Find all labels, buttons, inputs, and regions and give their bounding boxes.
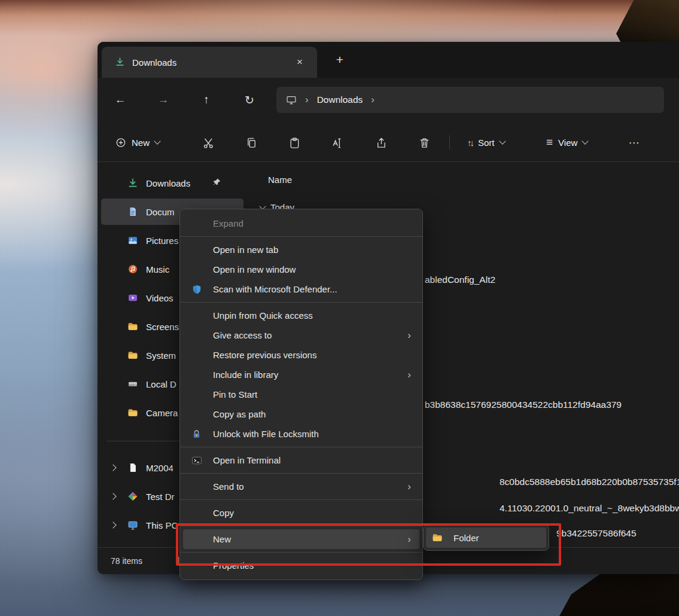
context-menu-item-open-in-new-window[interactable]: Open in new window (183, 260, 419, 279)
videos-icon (127, 292, 138, 303)
column-header-name[interactable]: Name (268, 175, 292, 185)
music-icon (127, 264, 138, 275)
context-menu-item-restore-previous-versions[interactable]: Restore previous versions (183, 345, 419, 365)
desktop: Downloads × + ← → ↑ ↻ › Downloads › (0, 0, 679, 616)
up-button[interactable]: ↑ (196, 89, 217, 111)
context-menu-item-copy-as-path[interactable]: Copy as path (183, 404, 419, 424)
menu-item-label: Open in Terminal (213, 455, 281, 465)
file-name-fragment[interactable]: 9b3422557586f645 (556, 528, 637, 539)
tab-close-button[interactable]: × (291, 53, 309, 71)
menu-divider (180, 236, 422, 237)
ellipsis-icon: ⋯ (629, 136, 640, 150)
menu-divider (180, 499, 422, 500)
breadcrumb-chevron-icon[interactable]: › (305, 94, 309, 106)
delete-button[interactable] (412, 130, 436, 154)
pictures-icon (127, 235, 138, 246)
menu-item-label: Restore previous versions (213, 350, 316, 360)
menu-item-label: Include in library (213, 370, 278, 380)
explorer-tab-downloads[interactable]: Downloads × (102, 47, 317, 78)
view-button[interactable]: ≡ View (540, 130, 593, 154)
sort-label: Sort (478, 138, 495, 148)
documents-icon (127, 206, 138, 217)
sidebar-item-downloads[interactable]: Downloads (101, 170, 243, 196)
new-tab-button[interactable]: + (330, 50, 350, 70)
breadcrumb-chevron-icon[interactable]: › (371, 94, 374, 106)
refresh-button[interactable]: ↻ (239, 89, 260, 111)
menu-divider (180, 552, 422, 553)
context-menu-item-properties[interactable]: Properties (183, 556, 419, 575)
menu-item-label: Expand (213, 218, 243, 228)
view-label: View (558, 138, 577, 148)
file-name-fragment[interactable]: 4.11030.22001.0_neutral_~_8wekyb3d8bbwe (500, 503, 679, 514)
copy-icon (245, 136, 258, 149)
command-toolbar: New ↑↓ Sort (98, 123, 679, 162)
menu-item-label: Open in new tab (213, 245, 278, 255)
more-options-button[interactable]: ⋯ (622, 130, 646, 154)
share-button[interactable] (369, 130, 393, 154)
menu-item-label: Give access to (213, 330, 272, 340)
menu-divider (180, 447, 422, 447)
context-menu-item-give-access-to[interactable]: Give access to › (183, 325, 419, 345)
folder-icon (127, 350, 138, 361)
wallpaper-cliff-top-right (616, 0, 679, 43)
submenu-arrow-icon: › (407, 533, 411, 545)
cut-button[interactable] (196, 130, 220, 154)
menu-item-label: Send to (213, 481, 244, 492)
context-menu-item-new[interactable]: New › (183, 529, 419, 549)
context-menu-item-unlock-file-locksmith[interactable]: Unlock with File Locksmith (183, 424, 419, 444)
chevron-right-icon[interactable] (109, 493, 116, 499)
context-menu-item-copy[interactable]: Copy (183, 503, 419, 523)
copy-button[interactable] (239, 130, 263, 154)
blank-icon (191, 310, 207, 322)
context-menu-item-open-in-new-tab[interactable]: Open in new tab (183, 240, 419, 260)
sidebar-item-label: Test Dr (146, 492, 175, 502)
title-bar: Downloads × + (98, 42, 679, 78)
breadcrumb-downloads[interactable]: Downloads (317, 94, 363, 105)
context-menu-item-pin-to-start[interactable]: Pin to Start (183, 385, 419, 404)
chevron-right-icon[interactable] (109, 522, 116, 528)
context-menu-item-include-in-library[interactable]: Include in library › (183, 365, 419, 385)
forward-button[interactable]: → (153, 89, 174, 111)
context-menu-item-unpin-quick-access[interactable]: Unpin from Quick access (183, 306, 419, 325)
sidebar-item-label: Music (146, 264, 169, 275)
context-menu-item-open-in-terminal[interactable]: Open in Terminal (183, 450, 419, 470)
downloads-tab-icon (115, 57, 126, 68)
lock-icon (191, 428, 207, 440)
menu-item-label: New (213, 534, 231, 544)
menu-item-label: Properties (213, 560, 254, 571)
address-bar[interactable]: › Downloads › (276, 87, 664, 113)
context-menu-item-scan-with-defender[interactable]: Scan with Microsoft Defender... (183, 279, 419, 299)
menu-item-label: Unlock with File Locksmith (213, 429, 319, 439)
paste-button[interactable] (282, 130, 306, 154)
blank-icon (191, 330, 207, 341)
items-count: 78 items (111, 556, 142, 566)
file-name-fragment[interactable]: abledConfig_Alt2 (425, 275, 495, 285)
chevron-down-icon (154, 138, 160, 144)
sidebar-item-label: Local D (146, 379, 176, 389)
sort-button[interactable]: ↑↓ Sort (461, 130, 511, 154)
chevron-right-icon[interactable] (109, 464, 116, 471)
new-item-button[interactable]: New (109, 130, 166, 154)
sidebar-item-label: Downloads (146, 178, 190, 188)
chevron-down-icon (582, 138, 589, 144)
pin-icon (212, 178, 221, 187)
context-menu-item-expand: Expand (183, 214, 419, 233)
rename-icon (331, 136, 344, 149)
submenu-item-folder[interactable]: Folder (426, 527, 546, 548)
blank-icon (191, 408, 207, 420)
sidebar-item-label: Camera (146, 408, 178, 418)
context-menu-item-send-to[interactable]: Send to › (183, 477, 419, 496)
file-icon (127, 462, 138, 473)
sort-arrows-icon: ↑↓ (467, 138, 473, 148)
this-pc-monitor-icon (286, 94, 297, 105)
menu-item-label: Folder (453, 533, 479, 543)
sidebar-item-label: Pictures (146, 236, 178, 246)
rename-button[interactable] (325, 130, 349, 154)
disk-drive-icon (127, 379, 138, 389)
back-button[interactable]: ← (109, 89, 131, 111)
file-name-fragment[interactable]: 8c0bdc5888eb65b1d68b220b0b87535735f1795 (500, 477, 679, 487)
file-name-fragment[interactable]: b3b8638c1576925800434522cbb112fd94aa379 (425, 400, 622, 410)
submenu-arrow-icon: › (407, 369, 411, 381)
menu-item-label: Unpin from Quick access (213, 310, 313, 321)
chevron-down-icon (499, 138, 506, 144)
